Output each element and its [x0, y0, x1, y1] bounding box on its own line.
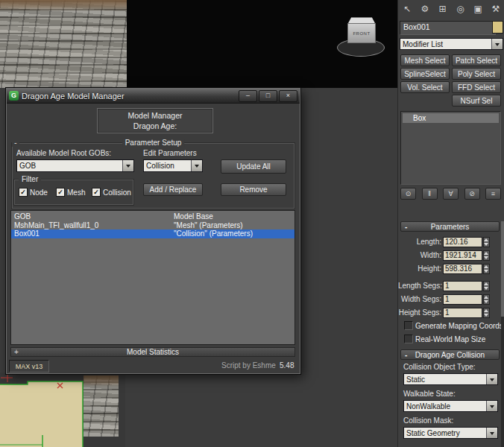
remove-button[interactable]: Remove: [221, 183, 286, 196]
minimize-button[interactable]: –: [239, 90, 257, 102]
walkable-state-value: NonWalkable: [404, 401, 486, 411]
show-end-result-icon[interactable]: ‖: [422, 188, 438, 200]
gob-dropdown-value: GOB: [17, 160, 122, 171]
height-spinner[interactable]: [483, 264, 490, 274]
stack-item-box[interactable]: Box: [403, 113, 499, 123]
add-replace-button[interactable]: Add / Replace: [143, 183, 203, 196]
walkable-state-label: Walkable State:: [403, 390, 456, 398]
list-item-gob: MshMain_TFI_wallfull1_0: [14, 221, 98, 229]
motion-tab-icon[interactable]: ◎: [453, 2, 467, 16]
object-color-swatch[interactable]: [492, 21, 503, 34]
gob-column-header: GOB: [14, 212, 31, 221]
width-spinner[interactable]: [483, 250, 490, 261]
update-all-button[interactable]: Update All: [221, 159, 286, 174]
height-segs-field[interactable]: 1: [443, 308, 482, 318]
ffd-select-button[interactable]: FFD Select: [452, 81, 501, 93]
create-tab-icon[interactable]: ↖: [400, 2, 415, 16]
checkbox-icon: ✓: [92, 188, 101, 197]
walkable-state-dropdown[interactable]: NonWalkable: [403, 400, 498, 412]
list-item-base: "Mesh" (Parameters): [174, 221, 243, 229]
modifier-stack[interactable]: Box: [400, 111, 501, 185]
edit-parameters-dropdown[interactable]: Collision: [143, 159, 203, 172]
filter-node-label: Node: [30, 188, 48, 197]
checkbox-icon: ✓: [19, 188, 28, 197]
max-workspace: FRONT ↖ ⚙ ⊞ ◎ ▣ ⚒ Box001 Mod: [0, 0, 504, 447]
collapse-icon: -: [405, 223, 407, 231]
height-segs-spinner[interactable]: [483, 308, 490, 318]
close-button[interactable]: ×: [279, 90, 297, 102]
hierarchy-tab-icon[interactable]: ⊞: [435, 2, 450, 16]
collision-object-type-dropdown[interactable]: Static: [403, 373, 498, 385]
dialog-titlebar[interactable]: G Dragon Age Model Manager – □ ×: [7, 89, 300, 104]
viewcube-front-face[interactable]: FRONT: [347, 23, 376, 43]
model-statistics-bar[interactable]: + Model Statistics: [10, 347, 295, 357]
viewcube[interactable]: FRONT: [337, 16, 385, 60]
width-segs-field[interactable]: 1: [443, 294, 482, 305]
width-segs-spinner[interactable]: [483, 294, 490, 305]
pin-stack-icon[interactable]: ⊙: [400, 188, 416, 200]
vol-select-button[interactable]: Vol. Select: [400, 81, 450, 93]
utilities-tab-icon[interactable]: ⚒: [488, 2, 503, 16]
object-name-field[interactable]: Box001: [400, 21, 496, 35]
configure-modifier-sets-icon[interactable]: ≡: [485, 188, 501, 200]
filter-collision-checkbox[interactable]: ✓ Collision: [92, 188, 131, 197]
height-field[interactable]: 598.316: [443, 264, 482, 274]
modifier-list-dropdown[interactable]: Modifier List: [400, 38, 503, 50]
chevron-down-icon: [486, 401, 497, 411]
filter-collision-label: Collision: [103, 188, 131, 197]
spline-select-button[interactable]: SplineSelect: [400, 68, 450, 80]
gob-dropdown[interactable]: GOB: [16, 159, 134, 172]
scrollbar-thumb[interactable]: [501, 221, 504, 317]
generate-mapping-coords-checkbox[interactable]: Generate Mapping Coords.: [404, 321, 504, 330]
patch-select-button[interactable]: Patch Select: [452, 54, 501, 66]
chevron-down-icon: [491, 39, 503, 49]
length-segs-field[interactable]: 1: [443, 281, 482, 291]
length-segs-spinner[interactable]: [483, 281, 490, 291]
front-viewport[interactable]: FRONT: [0, 0, 397, 88]
collision-mask-dropdown[interactable]: Static Geometry: [403, 427, 498, 439]
collision-object-type-label: Collision Object Type:: [403, 363, 476, 371]
remove-modifier-icon[interactable]: ⊘: [464, 188, 480, 200]
dialog-title: Dragon Age Model Manager: [22, 92, 237, 101]
list-item-selected[interactable]: Box001 "Collision" (Parameters): [11, 229, 294, 238]
command-panel-tabs: ↖ ⚙ ⊞ ◎ ▣ ⚒: [400, 2, 503, 16]
make-unique-icon[interactable]: ∀: [443, 188, 459, 200]
top-viewport[interactable]: [0, 372, 125, 447]
filter-mesh-label: Mesh: [67, 188, 85, 197]
model-list-header: GOB Model Base: [11, 212, 294, 221]
length-spinner[interactable]: [483, 237, 490, 247]
list-item[interactable]: MshMain_TFI_wallfull1_0 "Mesh" (Paramete…: [11, 221, 294, 229]
chevron-down-icon: [191, 160, 202, 171]
model-list[interactable]: GOB Model Base MshMain_TFI_wallfull1_0 "…: [10, 210, 295, 345]
real-world-map-size-label: Real-World Map Size: [415, 335, 485, 343]
chevron-down-icon: [122, 160, 133, 171]
dialog-header-line2: Dragon Age:: [133, 121, 177, 131]
width-field[interactable]: 1921.914: [443, 250, 482, 261]
available-gobs-label: Available Model Root GOBs:: [16, 149, 111, 157]
collapse-icon[interactable]: -: [12, 138, 19, 147]
width-label: Width:: [398, 251, 441, 259]
script-credit: Script by Eshme: [221, 361, 276, 370]
mesh-select-button[interactable]: Mesh Select: [400, 54, 450, 66]
edit-parameters-value: Collision: [144, 160, 191, 171]
maximize-button[interactable]: □: [259, 90, 277, 102]
display-tab-icon[interactable]: ▣: [470, 2, 485, 16]
checkbox-icon: [404, 335, 413, 343]
length-row: Length: 120.16: [398, 237, 504, 247]
panel-scrollbar[interactable]: [501, 221, 504, 447]
height-row: Height: 598.316: [398, 264, 504, 274]
filter-node-checkbox[interactable]: ✓ Node: [19, 188, 48, 197]
poly-select-button[interactable]: Poly Select: [452, 68, 501, 80]
modify-tab-icon[interactable]: ⚙: [418, 2, 432, 16]
nsurf-sel-button[interactable]: NSurf Sel: [452, 95, 501, 107]
dragon-age-collision-rollout-header[interactable]: - Dragon Age Collision: [400, 349, 500, 360]
parameters-rollout-header[interactable]: - Parameters: [400, 221, 500, 232]
edit-parameters-label: Edit Parameters: [143, 149, 197, 157]
real-world-map-size-checkbox[interactable]: Real-World Map Size: [404, 335, 485, 343]
length-label: Length:: [398, 238, 441, 246]
stone-wall-model[interactable]: [0, 0, 127, 88]
filter-mesh-checkbox[interactable]: ✓ Mesh: [56, 188, 85, 197]
length-field[interactable]: 120.16: [443, 237, 482, 247]
chevron-down-icon: [486, 428, 497, 438]
dialog-icon: G: [9, 91, 19, 101]
